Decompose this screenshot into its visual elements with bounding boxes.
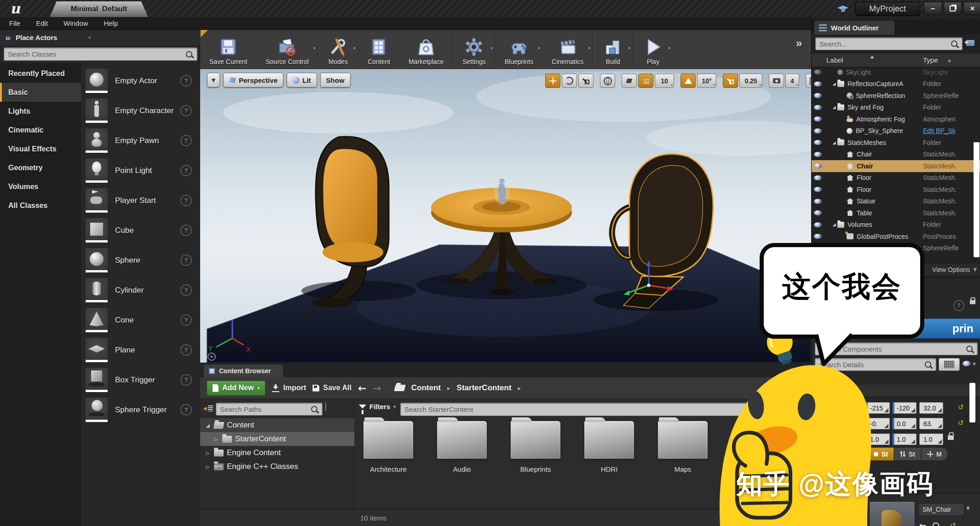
visibility-eye-icon[interactable] [814, 140, 822, 145]
translate-tool-button[interactable] [545, 74, 560, 88]
outliner-row[interactable]: ◢ Volumes Folder [812, 219, 980, 231]
expand-arrow-icon[interactable]: ▷ [205, 451, 211, 456]
outliner-view-options[interactable]: View Options [932, 266, 970, 273]
toolbar-button[interactable]: ▾ Blueprints [495, 30, 542, 69]
category-item[interactable]: Recently Placed [0, 64, 81, 83]
outliner-row[interactable]: Table StaticMesh. [812, 207, 980, 219]
surface-snap-button[interactable] [622, 74, 637, 88]
outliner-row[interactable]: ◢ ReflectionCaptureA Folder [812, 78, 980, 90]
add-new-button[interactable]: Add New ▾ [207, 381, 265, 396]
outliner-row[interactable]: ◢ StaticMeshes Folder [812, 137, 980, 149]
outliner-row[interactable]: Floor StaticMesh. [812, 172, 980, 184]
visibility-eye-icon[interactable] [814, 234, 822, 239]
help-icon[interactable]: ? [953, 300, 964, 311]
reset-rotation-icon[interactable]: ↺ [958, 419, 964, 427]
viewport[interactable]: Y X [200, 69, 811, 363]
level-tab[interactable]: Minimal_Default [50, 1, 148, 17]
menu-item[interactable]: Window [63, 19, 88, 27]
toolbar-button[interactable]: Save Current [200, 30, 256, 69]
visibility-eye-icon[interactable] [814, 163, 822, 168]
sort-descending-icon[interactable]: ▼ [948, 59, 951, 64]
toolbar-button[interactable]: ▾ Build [593, 30, 633, 69]
scale-value-field[interactable]: 1.0 [919, 434, 943, 445]
use-selected-arrow-icon[interactable]: ← [919, 520, 926, 526]
placeable-actor-item[interactable]: Cube [81, 215, 200, 245]
help-icon[interactable] [180, 165, 192, 176]
show-button[interactable]: Show [320, 73, 351, 87]
outliner-row[interactable]: SkyLight SkyLight [812, 66, 980, 78]
dropdown-caret-icon[interactable]: ▾ [588, 46, 590, 51]
category-item[interactable]: Lights [0, 102, 81, 121]
rotation-snap-value[interactable]: 10°▾ [697, 74, 716, 88]
toolbar-button[interactable]: Content [358, 30, 399, 69]
category-item[interactable]: Basic [0, 83, 81, 102]
outliner-row[interactable]: Atmospheric Fog Atmospheri [812, 113, 980, 125]
collections-list-button[interactable] [325, 402, 326, 411]
asset-folder[interactable]: Architecture [363, 421, 414, 473]
details-scrollbar[interactable] [969, 383, 975, 422]
visibility-eye-icon[interactable] [814, 210, 822, 215]
category-item[interactable]: All Classes [0, 196, 81, 215]
expand-arrow-icon[interactable]: ◢ [831, 222, 837, 227]
forward-button[interactable]: → [373, 382, 381, 394]
dropdown-caret-icon[interactable]: ▾ [490, 46, 493, 51]
search-classes-input[interactable] [4, 50, 186, 58]
help-icon[interactable] [180, 135, 192, 146]
type-column-header[interactable]: Type [923, 56, 938, 64]
expand-arrow-icon[interactable]: ◢ [831, 81, 837, 86]
placeable-actor-item[interactable]: Empty Actor [81, 66, 200, 96]
content-browser-tab[interactable]: Content Browser [204, 364, 283, 377]
placeable-actor-item[interactable]: Empty Character [81, 96, 200, 126]
save-all-button[interactable]: Save All [312, 384, 352, 392]
outliner-row[interactable]: Floor StaticMesh. [812, 184, 980, 196]
toolbar-button[interactable]: ▾ Cinematics [542, 30, 593, 69]
expand-arrow-icon[interactable]: ▷ [205, 464, 211, 469]
display-filter-eye-icon[interactable] [963, 361, 971, 366]
rotation-value-field[interactable]: 63. [919, 418, 943, 429]
label-column-header[interactable]: Label [826, 56, 843, 64]
menu-item[interactable]: Help [104, 19, 118, 27]
breadcrumb-content[interactable]: Content [411, 383, 441, 393]
placeable-actor-item[interactable]: Player Start [81, 185, 200, 215]
visibility-eye-icon[interactable] [814, 105, 822, 110]
visibility-eye-icon[interactable] [814, 199, 822, 204]
help-icon[interactable] [180, 254, 192, 266]
minimize-button[interactable]: – [924, 2, 942, 15]
visibility-eye-icon[interactable] [814, 187, 822, 192]
expand-arrow-icon[interactable]: ◢ [205, 423, 211, 428]
mobility-button[interactable]: M [921, 447, 948, 461]
placeable-actor-item[interactable]: Box Trigger [81, 365, 200, 395]
expand-arrow-icon[interactable]: ◢ [831, 140, 837, 145]
outliner-row[interactable]: Chair StaticMesh. [812, 149, 980, 161]
close-button[interactable]: × [963, 2, 980, 15]
location-value-field[interactable]: 32.0 [919, 402, 943, 414]
folder-tree-row[interactable]: ▷ StarterContent [200, 432, 354, 446]
category-item[interactable]: Visual Effects [0, 139, 81, 158]
asset-folder[interactable]: Maps [657, 421, 709, 473]
place-actors-header[interactable]: Place Actors ▾ [0, 30, 205, 45]
outliner-row[interactable]: Statue StaticMesh. [812, 196, 980, 208]
help-icon[interactable] [180, 284, 192, 296]
filters-button[interactable]: Filters ▾ [359, 403, 396, 410]
search-paths-input[interactable] [216, 405, 311, 413]
browse-icon[interactable] [933, 522, 939, 526]
outliner-row[interactable]: Chair StaticMesh. [812, 160, 980, 172]
outliner-row[interactable]: GlobalPostProces PostProces [812, 231, 980, 243]
rotate-tool-button[interactable] [562, 74, 577, 88]
folder-tree-row[interactable]: ▷ Engine Content [200, 446, 354, 460]
help-icon[interactable] [180, 225, 192, 236]
grid-snap-toggle[interactable] [638, 74, 653, 88]
visibility-eye-icon[interactable] [814, 128, 822, 133]
category-item[interactable]: Geometry [0, 158, 81, 177]
toolbar-button[interactable]: ▾ Modes [318, 30, 358, 69]
reset-location-icon[interactable]: ↺ [958, 403, 964, 411]
scale-lock-icon[interactable] [948, 435, 954, 440]
toolbar-button[interactable]: ▾ Play [633, 30, 673, 69]
toolbar-button[interactable]: ▾ Source Control [256, 30, 317, 69]
placeable-actor-item[interactable]: Cone [81, 305, 200, 335]
toolbar-button[interactable]: Marketplace [399, 30, 453, 69]
new-folder-button[interactable] [965, 38, 977, 48]
world-local-toggle[interactable] [600, 74, 615, 88]
chevron-down-icon[interactable]: ▼ [966, 506, 970, 511]
help-icon[interactable] [180, 314, 192, 326]
